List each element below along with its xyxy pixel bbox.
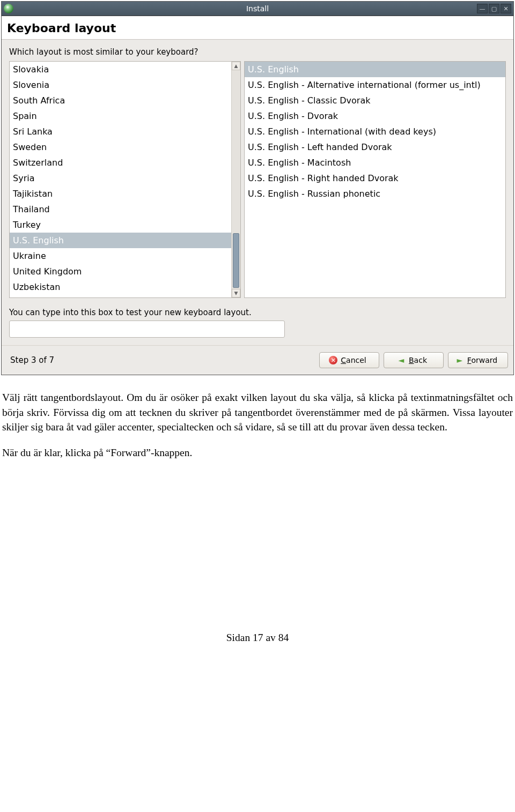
list-item[interactable]: South Africa	[10, 93, 231, 108]
list-item[interactable]: Vietnam	[10, 295, 231, 297]
test-label: You can type into this box to test your …	[9, 308, 506, 317]
variant-list[interactable]: U.S. EnglishU.S. English - Alternative i…	[245, 62, 505, 297]
list-item[interactable]: Syria	[10, 170, 231, 186]
page-header: Keyboard layout	[2, 16, 513, 40]
list-item[interactable]: U.S. English - Russian phonetic	[245, 186, 505, 202]
list-item[interactable]: Uzbekistan	[10, 279, 231, 295]
titlebar[interactable]: Install — ▢ ✕	[2, 2, 513, 16]
maximize-button[interactable]: ▢	[489, 4, 499, 13]
variant-list-container: U.S. EnglishU.S. English - Alternative i…	[244, 61, 506, 298]
doc-paragraph-1: Välj rätt tangentbordslayout. Om du är o…	[2, 390, 513, 435]
back-arrow-icon: ◄	[397, 356, 406, 364]
cancel-icon: ✕	[329, 356, 337, 364]
list-item[interactable]: Ukraine	[10, 248, 231, 264]
forward-arrow-icon: ►	[455, 356, 464, 364]
forward-label: Forward	[467, 356, 497, 364]
list-item[interactable]: U.S. English - Classic Dvorak	[245, 93, 505, 108]
country-list[interactable]: SlovakiaSloveniaSouth AfricaSpainSri Lan…	[10, 62, 231, 297]
list-item[interactable]: United Kingdom	[10, 264, 231, 279]
list-item[interactable]: U.S. English - Left handed Dvorak	[245, 139, 505, 155]
app-icon	[4, 4, 13, 13]
back-label: Back	[409, 356, 427, 364]
country-scrollbar[interactable]: ▲ ▼	[231, 62, 240, 297]
list-item[interactable]: Sri Lanka	[10, 124, 231, 139]
window-title: Install	[2, 4, 513, 13]
list-item[interactable]: U.S. English - Right handed Dvorak	[245, 170, 505, 186]
list-item[interactable]: Turkey	[10, 217, 231, 233]
list-item[interactable]: Slovenia	[10, 77, 231, 93]
wizard-footer: Step 3 of 7 ✕ Cancel ◄ Back ► Forward	[2, 345, 513, 375]
list-item[interactable]: Spain	[10, 108, 231, 124]
page-title: Keyboard layout	[7, 21, 508, 35]
list-item[interactable]: Switzerland	[10, 155, 231, 170]
list-item[interactable]: U.S. English - Macintosh	[245, 155, 505, 170]
list-item[interactable]: U.S. English	[245, 62, 505, 77]
list-item[interactable]: Thailand	[10, 202, 231, 217]
page-number: Sidan 17 av 84	[0, 471, 515, 644]
scroll-down-button[interactable]: ▼	[232, 289, 240, 297]
close-button[interactable]: ✕	[501, 4, 511, 13]
list-item[interactable]: U.S. English	[10, 233, 231, 248]
list-item[interactable]: U.S. English - Alternative international…	[245, 77, 505, 93]
doc-paragraph-2: När du är klar, klicka på “Forward”-knap…	[2, 445, 513, 460]
install-window: Install — ▢ ✕ Keyboard layout Which layo…	[1, 1, 514, 375]
document-text: Välj rätt tangentbordslayout. Om du är o…	[0, 376, 515, 460]
minimize-button[interactable]: —	[477, 4, 488, 13]
list-item[interactable]: U.S. English - Dvorak	[245, 108, 505, 124]
country-list-container: SlovakiaSloveniaSouth AfricaSpainSri Lan…	[9, 61, 241, 298]
keyboard-test-input[interactable]	[9, 321, 285, 338]
list-item[interactable]: Sweden	[10, 139, 231, 155]
step-indicator: Step 3 of 7	[10, 355, 54, 365]
list-item[interactable]: Slovakia	[10, 62, 231, 77]
scroll-up-button[interactable]: ▲	[232, 62, 240, 70]
forward-button[interactable]: ► Forward	[448, 352, 508, 368]
list-item[interactable]: U.S. English - International (with dead …	[245, 124, 505, 139]
layout-prompt: Which layout is most similar to your key…	[9, 47, 508, 57]
cancel-button[interactable]: ✕ Cancel	[319, 352, 379, 368]
back-button[interactable]: ◄ Back	[384, 352, 444, 368]
scroll-thumb[interactable]	[233, 233, 239, 288]
cancel-label: Cancel	[341, 356, 366, 364]
list-item[interactable]: Tajikistan	[10, 186, 231, 202]
